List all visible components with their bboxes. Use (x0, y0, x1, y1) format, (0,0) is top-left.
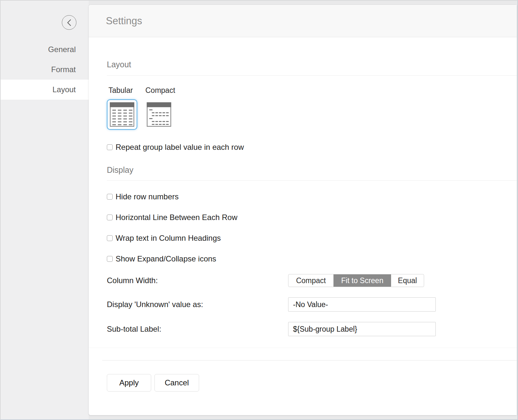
settings-window: General Format Layout Settings Layout Ta… (0, 0, 518, 420)
column-width-segmented-control: Compact Fit to Screen Equal (288, 274, 424, 287)
tabular-option-label: Tabular (108, 86, 133, 94)
compact-option-label: Compact (145, 86, 175, 94)
layout-section-heading: Layout (107, 60, 517, 76)
settings-nav: General Format Layout (1, 39, 89, 100)
unknown-value-input[interactable] (288, 297, 436, 312)
cancel-button[interactable]: Cancel (154, 374, 199, 392)
column-width-row: Column Width: Compact Fit to Screen Equa… (107, 274, 517, 287)
column-width-option-equal[interactable]: Equal (391, 274, 424, 287)
back-button[interactable] (62, 15, 76, 30)
panel-body: Layout Tabular (89, 60, 517, 392)
wrap-text-checkbox[interactable] (107, 235, 113, 241)
subtotal-label-label: Sub-total Label: (107, 325, 288, 334)
subtotal-label-input[interactable] (288, 322, 436, 336)
expand-collapse-checkbox[interactable] (107, 256, 113, 262)
wrap-text-row: Wrap text in Column Headings (107, 234, 517, 242)
hide-row-numbers-label: Hide row numbers (116, 193, 179, 201)
settings-sidebar: General Format Layout (1, 1, 89, 419)
unknown-value-row: Display 'Unknown' value as: (107, 297, 517, 312)
display-checkbox-list: Hide row numbers Horizontal Line Between… (107, 193, 517, 263)
layout-option-compact[interactable]: Compact (144, 86, 174, 130)
page-title: Settings (106, 15, 142, 27)
hide-row-numbers-row: Hide row numbers (107, 193, 517, 201)
repeat-group-label-text: Repeat group label value in each row (116, 143, 244, 151)
expand-collapse-row: Show Expand/Collapse icons (107, 255, 517, 263)
horizontal-line-checkbox[interactable] (107, 215, 113, 220)
wrap-text-label: Wrap text in Column Headings (116, 234, 221, 242)
sidebar-item-format[interactable]: Format (1, 60, 89, 80)
panel-header: Settings (89, 5, 517, 37)
column-width-option-fit-to-screen[interactable]: Fit to Screen (333, 274, 391, 287)
sidebar-item-general[interactable]: General (1, 39, 89, 60)
layout-option-tabular[interactable]: Tabular (107, 86, 137, 130)
footer-divider (102, 360, 517, 360)
hide-row-numbers-checkbox[interactable] (107, 194, 113, 200)
repeat-group-label-row: Repeat group label value in each row (107, 143, 517, 151)
display-section-heading: Display (107, 165, 517, 181)
chevron-left-icon (67, 19, 71, 26)
sidebar-item-layout[interactable]: Layout (1, 80, 89, 100)
compact-table-icon (147, 102, 171, 127)
settings-panel: Settings Layout Tabular (89, 5, 517, 415)
column-width-label: Column Width: (107, 276, 288, 285)
column-width-option-compact[interactable]: Compact (288, 274, 333, 287)
compact-option-box[interactable] (144, 99, 174, 130)
unknown-value-label: Display 'Unknown' value as: (107, 300, 288, 309)
horizontal-line-row: Horizontal Line Between Each Row (107, 214, 517, 221)
footer-buttons: Apply Cancel (107, 374, 517, 392)
panel-footer: Apply Cancel (89, 348, 517, 392)
horizontal-line-label: Horizontal Line Between Each Row (116, 214, 237, 221)
tabular-table-icon (110, 102, 134, 127)
expand-collapse-label: Show Expand/Collapse icons (116, 255, 216, 263)
layout-type-options: Tabular (107, 86, 517, 130)
subtotal-label-row: Sub-total Label: (107, 322, 517, 336)
tabular-option-box[interactable] (107, 99, 137, 130)
repeat-group-label-checkbox[interactable] (107, 144, 113, 150)
apply-button[interactable]: Apply (107, 374, 151, 392)
